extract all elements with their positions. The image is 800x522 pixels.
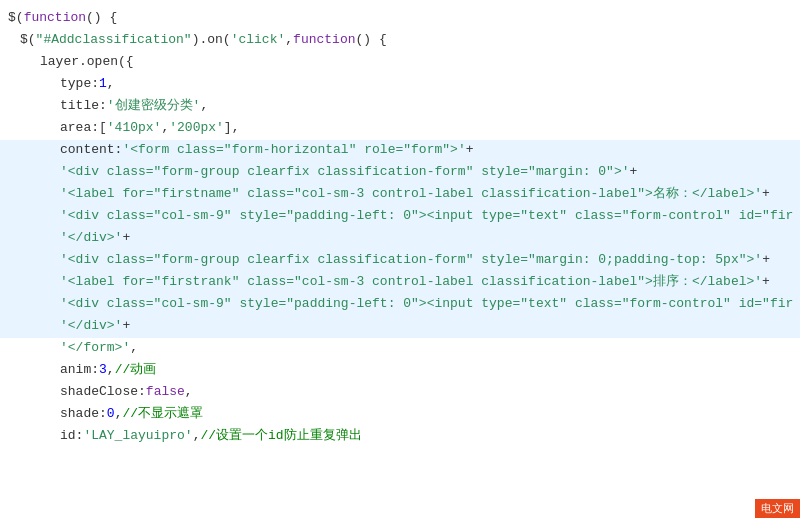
code-line-20: id:'LAY_layuipro', //设置一个id防止重复弹出 <box>0 426 800 448</box>
code-line-8: '<div class="form-group clearfix classif… <box>0 162 800 184</box>
code-line-3: layer.open({ <box>0 52 800 74</box>
code-line-16: '</form>', <box>0 338 800 360</box>
watermark-icon: 电文网 <box>755 499 800 518</box>
code-line-6: area:['410px','200px'], <box>0 118 800 140</box>
code-line-7: content:'<form class="form-horizontal" r… <box>0 140 800 162</box>
code-line-2: $("#Addclassification").on('click', func… <box>0 30 800 52</box>
code-line-11: '</div>' + <box>0 228 800 250</box>
code-line-14: '<div class="col-sm-9" style="padding-le… <box>0 294 800 316</box>
code-line-13: '<label for="firstrank" class="col-sm-3 … <box>0 272 800 294</box>
code-line-15: '</div>' + <box>0 316 800 338</box>
code-line-10: '<div class="col-sm-9" style="padding-le… <box>0 206 800 228</box>
code-line-18: shadeClose:false, <box>0 382 800 404</box>
code-line-1: $(function () { <box>0 8 800 30</box>
code-line-9: '<label for="firstname" class="col-sm-3 … <box>0 184 800 206</box>
code-line-17: anim:3, //动画 <box>0 360 800 382</box>
code-line-12: '<div class="form-group clearfix classif… <box>0 250 800 272</box>
code-line-19: shade:0 , //不显示遮罩 <box>0 404 800 426</box>
code-line-5: title:'创建密级分类', <box>0 96 800 118</box>
code-editor: $(function () { $("#Addclassification").… <box>0 0 800 522</box>
code-line-4: type:1, <box>0 74 800 96</box>
watermark: 电文网 <box>755 499 800 518</box>
